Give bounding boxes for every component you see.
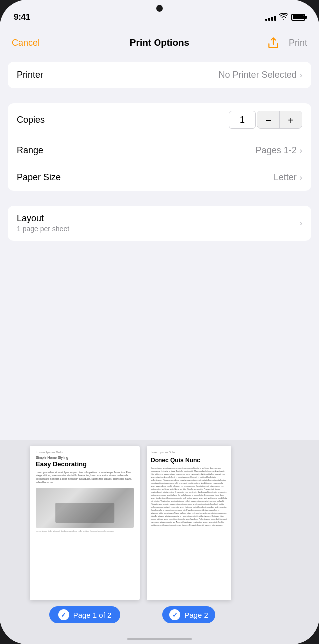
battery-icon	[291, 14, 305, 21]
copies-count: 1	[229, 111, 256, 129]
cancel-button[interactable]: Cancel	[12, 38, 40, 48]
page-1-image	[36, 488, 134, 528]
page-1-badge-text: Page 1 of 2	[73, 611, 112, 619]
share-icon	[267, 36, 280, 49]
check-icon-1: ✓	[61, 611, 66, 619]
check-circle-1: ✓	[58, 609, 69, 620]
nav-right: Print	[265, 34, 307, 51]
status-icons	[265, 13, 305, 22]
printer-label: Printer	[17, 70, 43, 80]
page-card-1[interactable]: Lorem Ipsum Dolor Simple Home Styling Ea…	[30, 446, 140, 600]
range-chevron-icon: ›	[300, 146, 302, 155]
page-2-header: Lorem Ipsum Dolor	[151, 451, 227, 454]
layout-chevron-icon: ›	[300, 219, 302, 228]
paper-size-row[interactable]: Paper Size Letter ›	[8, 164, 311, 191]
page-1-badge: ✓ Page 1 of 2	[49, 606, 121, 623]
range-label: Range	[17, 145, 43, 156]
layout-sublabel: 1 page per sheet	[17, 225, 69, 233]
copies-control: 1 − +	[229, 111, 302, 129]
page-2-content: Lorem Ipsum Dolor Donec Quis Nunc Consec…	[147, 446, 231, 600]
page-1-caption: Lorem ipsum dolor sit amet, ligula suspe…	[36, 530, 134, 532]
page-1-subtitle: Lorem Ipsum Dolor	[36, 451, 134, 454]
page-2-title: Donec Quis Nunc	[151, 457, 227, 464]
page-2-badge-text: Page 2	[184, 611, 208, 619]
range-row[interactable]: Range Pages 1-2 ›	[8, 137, 311, 164]
printer-chevron-icon: ›	[300, 71, 302, 80]
options-section: Copies 1 − + Range Pages 1-2 ›	[8, 103, 311, 191]
copies-label: Copies	[17, 115, 45, 125]
copies-stepper: − +	[257, 111, 302, 129]
range-value: Pages 1-2	[256, 145, 297, 156]
paper-size-chevron-icon: ›	[300, 173, 302, 182]
status-time: 9:41	[14, 12, 30, 22]
paper-size-value: Letter	[274, 172, 297, 183]
increment-button[interactable]: +	[280, 111, 302, 129]
check-icon-2: ✓	[172, 611, 178, 619]
printer-row[interactable]: Printer No Printer Selected ›	[8, 62, 311, 88]
printer-section: Printer No Printer Selected ›	[8, 62, 311, 88]
printer-value-container: No Printer Selected ›	[219, 70, 302, 80]
preview-page-2: Lorem Ipsum Dolor Donec Quis Nunc Consec…	[147, 446, 231, 623]
wifi-icon	[279, 13, 288, 22]
page-title: Print Options	[130, 37, 189, 48]
copies-row: Copies 1 − +	[8, 103, 311, 137]
page-2-body: Consectetuer arcu ipsum ornare pellentes…	[151, 467, 227, 527]
page-1-title-small: Simple Home Styling	[36, 456, 134, 459]
page-2-badge: ✓ Page 2	[162, 606, 215, 623]
preview-section: Lorem Ipsum Dolor Simple Home Styling Ea…	[0, 440, 319, 644]
home-indicator	[127, 638, 192, 640]
printer-value: No Printer Selected	[219, 70, 297, 80]
preview-page-1: Lorem Ipsum Dolor Simple Home Styling Ea…	[30, 446, 140, 623]
nav-bar: Cancel Print Options Print	[0, 27, 319, 57]
page-1-content: Lorem Ipsum Dolor Simple Home Styling Ea…	[30, 446, 140, 600]
signal-icon	[265, 14, 276, 21]
decrement-button[interactable]: −	[257, 111, 279, 129]
check-circle-2: ✓	[169, 609, 180, 620]
camera-notch	[156, 5, 163, 12]
print-button[interactable]: Print	[289, 38, 307, 48]
share-button[interactable]	[265, 34, 282, 51]
paper-size-value-container: Letter ›	[274, 172, 302, 183]
range-value-container: Pages 1-2 ›	[256, 145, 302, 156]
layout-row[interactable]: Layout 1 page per sheet ›	[8, 206, 311, 241]
layout-label: Layout	[17, 214, 44, 224]
paper-size-label: Paper Size	[17, 172, 61, 183]
page-1-body: Lorem ipsum dolor sit amet, ligula suspe…	[36, 471, 134, 485]
page-1-title-large: Easy Decorating	[36, 460, 134, 468]
status-bar: 9:41	[0, 0, 319, 27]
layout-section: Layout 1 page per sheet ›	[8, 206, 311, 241]
phone-frame: 9:41 Cancel	[0, 0, 319, 644]
page-card-2[interactable]: Lorem Ipsum Dolor Donec Quis Nunc Consec…	[147, 446, 231, 600]
main-content: Cancel Print Options Print Printer No Pr…	[0, 27, 319, 644]
